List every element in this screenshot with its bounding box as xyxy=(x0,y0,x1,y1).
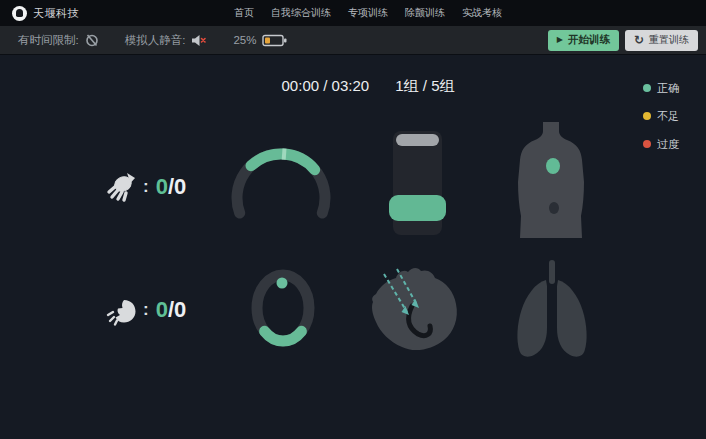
main-nav: 首页 自我综合训练 专项训练 除颤训练 实战考核 xyxy=(234,0,502,26)
cpr-training-app: 天堰科技 首页 自我综合训练 专项训练 除颤训练 实战考核 有时间限制: 模拟人… xyxy=(0,0,706,439)
start-training-button[interactable]: ▶ 开始训练 xyxy=(548,30,619,51)
battery-percent-label: 25% xyxy=(233,34,256,46)
nav-item-home[interactable]: 首页 xyxy=(234,6,254,20)
ventilation-count: 0 xyxy=(156,297,168,323)
legend-correct-label: 正确 xyxy=(657,81,679,96)
depth-bar-plunger xyxy=(396,134,439,146)
session-status: 00:00 / 03:20 1组 / 5组 xyxy=(15,77,706,96)
manikin-mute-label: 模拟人静音: xyxy=(125,33,186,48)
nav-item-defibrillation-training[interactable]: 除颤训练 xyxy=(405,6,445,20)
green-dot-icon xyxy=(643,84,651,92)
compression-target: 0 xyxy=(174,174,186,200)
toolbar-actions: ▶ 开始训练 ↻ 重置训练 xyxy=(548,30,698,51)
hand-position-dot xyxy=(546,158,560,174)
lungs-icon xyxy=(510,260,594,360)
result-legend: 正确 不足 过度 xyxy=(643,82,679,166)
ventilation-counter: : 0 / 0 xyxy=(104,293,186,327)
compression-colon: : xyxy=(143,177,149,197)
battery-icon xyxy=(262,34,288,47)
ventilation-colon: : xyxy=(143,300,149,320)
reset-icon: ↻ xyxy=(634,34,644,46)
nav-item-practical-assessment[interactable]: 实战考核 xyxy=(462,6,502,20)
red-dot-icon xyxy=(643,140,651,148)
reset-training-label: 重置训练 xyxy=(649,33,689,47)
start-training-label: 开始训练 xyxy=(568,33,610,47)
reset-training-button[interactable]: ↻ 重置训练 xyxy=(625,30,698,51)
session-timer: 00:00 / 03:20 xyxy=(282,77,370,94)
compression-count: 0 xyxy=(156,174,168,200)
ventilation-volume-gauge xyxy=(247,264,319,354)
legend-excessive: 过度 xyxy=(643,138,679,150)
legend-correct: 正确 xyxy=(643,82,679,94)
nav-item-self-comprehensive-training[interactable]: 自我综合训练 xyxy=(271,6,331,20)
mute-speaker-icon[interactable] xyxy=(191,34,207,47)
brand-logo-icon xyxy=(12,6,27,21)
play-icon: ▶ xyxy=(557,36,563,44)
time-limit-label: 有时间限制: xyxy=(18,33,79,48)
ventilation-breath-icon xyxy=(104,293,138,327)
toolbar: 有时间限制: 模拟人静音: 25% ▶ xyxy=(0,26,706,54)
legend-insufficient: 不足 xyxy=(643,110,679,122)
hand-position-torso xyxy=(511,122,591,238)
compression-counter: : 0 / 0 xyxy=(104,170,186,204)
ventilation-gauge-marker xyxy=(277,278,288,289)
compression-depth-bar xyxy=(389,131,446,235)
toolbar-status-group: 有时间限制: 模拟人静音: 25% xyxy=(18,33,288,48)
compression-rate-gauge xyxy=(229,142,335,238)
yellow-dot-icon xyxy=(643,112,651,120)
brand: 天堰科技 xyxy=(12,6,79,21)
brand-name: 天堰科技 xyxy=(33,6,79,21)
head-tilt-airway-graphic xyxy=(360,260,468,360)
timer-icon xyxy=(85,33,99,47)
top-nav-bar: 天堰科技 首页 自我综合训练 专项训练 除颤训练 实战考核 xyxy=(0,0,706,26)
depth-bar-target-zone xyxy=(389,195,446,221)
legend-insufficient-label: 不足 xyxy=(657,109,679,124)
compression-hand-icon xyxy=(104,170,138,204)
ventilation-target: 0 xyxy=(174,297,186,323)
session-group-count: 1组 / 5组 xyxy=(395,77,454,94)
nav-item-special-training[interactable]: 专项训练 xyxy=(348,6,388,20)
legend-excessive-label: 过度 xyxy=(657,137,679,152)
